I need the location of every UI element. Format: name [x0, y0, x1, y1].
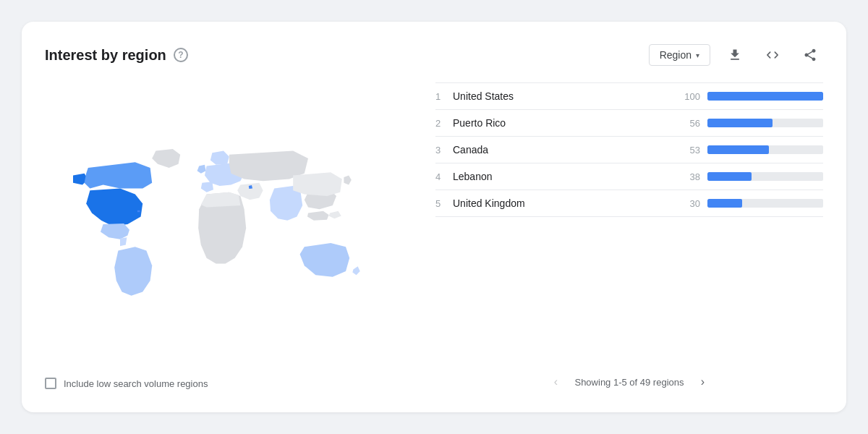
bar-fill: [707, 199, 742, 208]
region-name: Puerto Rico: [453, 117, 674, 129]
table-row: 5 United Kingdom 30: [435, 190, 823, 217]
region-rank: 4: [435, 171, 453, 182]
region-score: 100: [674, 91, 700, 102]
bar-track: [707, 92, 823, 101]
region-rank: 2: [435, 118, 453, 129]
bar-track: [707, 145, 823, 154]
svg-rect-0: [137, 210, 140, 213]
download-button[interactable]: [722, 42, 748, 68]
share-icon: [803, 48, 817, 62]
page-title: Interest by region: [45, 47, 166, 64]
map-footer: Include low search volume regions: [45, 366, 421, 392]
prev-page-button[interactable]: ‹: [545, 372, 566, 392]
region-name: United Kingdom: [453, 197, 674, 209]
region-rank: 5: [435, 198, 453, 209]
header-right: Region ▾: [649, 42, 823, 68]
region-score: 53: [674, 145, 700, 156]
bar-fill: [707, 145, 769, 154]
bar-fill: [707, 172, 752, 181]
table-row: 4 Lebanon 38: [435, 163, 823, 190]
region-dropdown[interactable]: Region ▾: [649, 44, 710, 66]
bar-track: [707, 199, 823, 208]
bar-track: [707, 119, 823, 127]
region-name: Lebanon: [453, 171, 674, 182]
embed-button[interactable]: [760, 42, 786, 68]
region-score: 38: [674, 171, 700, 182]
region-rank: 3: [435, 145, 453, 156]
next-page-button[interactable]: ›: [693, 372, 713, 392]
bar-fill: [707, 92, 823, 101]
chevron-down-icon: ▾: [696, 51, 699, 59]
region-name: United States: [453, 90, 674, 102]
region-score: 30: [674, 198, 700, 209]
share-button[interactable]: [797, 42, 823, 68]
embed-icon: [765, 48, 780, 62]
table-row: 3 Canada 53: [435, 137, 823, 163]
region-dropdown-label: Region: [660, 49, 692, 61]
bar-track: [707, 172, 823, 181]
help-icon[interactable]: ?: [174, 48, 188, 62]
download-icon: [728, 48, 742, 62]
region-score: 56: [674, 118, 700, 129]
right-panel: 1 United States 100 2 Puerto Rico 56 3 C…: [435, 82, 823, 392]
region-rank: 1: [435, 91, 453, 102]
checkbox-label: Include low search volume regions: [64, 378, 208, 389]
table-row: 2 Puerto Rico 56: [435, 110, 823, 137]
regions-list: 1 United States 100 2 Puerto Rico 56 3 C…: [435, 82, 823, 360]
card-header: Interest by region ? Region ▾: [45, 42, 823, 68]
region-name: Canada: [453, 144, 674, 156]
map-area: Include low search volume regions: [45, 82, 421, 392]
world-map: [45, 82, 421, 366]
low-volume-checkbox[interactable]: [45, 378, 56, 389]
pagination: ‹ Showing 1-5 of 49 regions ›: [435, 360, 823, 392]
bar-fill: [707, 119, 773, 127]
interest-by-region-card: Interest by region ? Region ▾: [22, 22, 846, 412]
pagination-label: Showing 1-5 of 49 regions: [574, 377, 684, 388]
card-body: Include low search volume regions 1 Unit…: [45, 82, 823, 392]
header-left: Interest by region ?: [45, 47, 188, 64]
table-row: 1 United States 100: [435, 82, 823, 110]
